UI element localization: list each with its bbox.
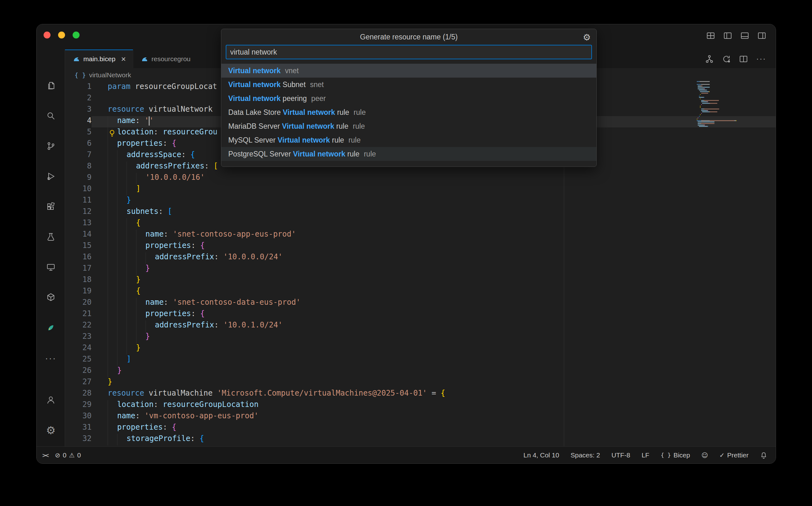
run-debug-icon[interactable] (36, 161, 65, 191)
code-line[interactable]: } (108, 366, 728, 377)
cursor-position-indicator[interactable]: Ln 4, Col 10 (523, 451, 559, 459)
minimize-window-button[interactable] (58, 31, 65, 38)
line-number[interactable]: 24 (65, 343, 91, 355)
notifications-bell-icon[interactable] (760, 451, 767, 459)
line-number[interactable]: 6 (65, 139, 91, 150)
line-number[interactable]: 8 (65, 162, 91, 173)
close-tab-icon[interactable]: × (121, 55, 126, 63)
quick-pick-item[interactable]: Data Lake Store Virtual network rulerule (221, 105, 596, 119)
toggle-primary-sidebar-icon[interactable] (723, 31, 732, 40)
quick-pick-input[interactable]: virtual network (226, 45, 592, 59)
code-line[interactable]: } (108, 195, 728, 207)
line-number[interactable]: 18 (65, 275, 91, 286)
code-line[interactable]: '10.0.0.0/16' (108, 173, 728, 184)
remote-explorer-icon[interactable] (36, 252, 65, 282)
line-number[interactable]: 29 (65, 400, 91, 411)
line-number[interactable]: 14 (65, 230, 91, 241)
code-line[interactable]: { (108, 286, 728, 298)
line-number[interactable]: 23 (65, 332, 91, 343)
line-number[interactable]: 2 (65, 93, 91, 105)
bicep-visualizer-icon[interactable] (705, 55, 714, 63)
quick-pick-item[interactable]: Virtual networkvnet (221, 64, 596, 78)
additional-views-icon[interactable]: ··· (36, 343, 65, 373)
line-number[interactable]: 16 (65, 252, 91, 264)
quick-pick-item[interactable]: MariaDB Server Virtual network rulerule (221, 119, 596, 133)
line-number[interactable]: 10 (65, 184, 91, 195)
code-line[interactable]: name: 'vm-contoso-app-eus-prod' (108, 411, 728, 423)
line-number[interactable]: 28 (65, 389, 91, 400)
code-line[interactable]: addressPrefix: '10.0.0.0/24' (108, 252, 728, 264)
settings-gear-icon[interactable]: ⚙ (36, 415, 65, 445)
eol-indicator[interactable]: LF (642, 451, 649, 459)
sync-icon[interactable] (722, 55, 731, 63)
code-line[interactable]: } (108, 343, 728, 355)
zoom-window-button[interactable] (73, 31, 80, 38)
quick-pick-item[interactable]: Virtual network peeringpeer (221, 91, 596, 105)
line-number[interactable]: 1 (65, 82, 91, 93)
toggle-secondary-sidebar-icon[interactable] (757, 31, 766, 40)
testing-beaker-icon[interactable] (36, 222, 65, 252)
code-line[interactable]: resource virtualMachine 'Microsoft.Compu… (108, 389, 728, 400)
containers-cube-icon[interactable] (36, 282, 65, 313)
teal-leaf-plugin-icon[interactable] (36, 313, 65, 343)
quick-pick-item[interactable]: MySQL Server Virtual network rulerule (221, 133, 596, 147)
encoding-indicator[interactable]: UTF-8 (611, 451, 631, 459)
code-line[interactable]: properties: { (108, 309, 728, 321)
problems-indicator[interactable]: ⊘ 0 ⚠ 0 (55, 451, 81, 459)
line-number[interactable]: 22 (65, 321, 91, 332)
line-number[interactable]: 7 (65, 150, 91, 162)
line-number[interactable]: 11 (65, 195, 91, 207)
code-line[interactable]: subnets: [ (108, 207, 728, 218)
line-number-gutter[interactable]: 1234567891011121314151617181920212223242… (65, 82, 91, 445)
formatter-indicator[interactable]: ✓ Prettier (720, 451, 748, 459)
minimap[interactable] (697, 81, 743, 127)
language-mode-indicator[interactable]: { } Bicep (661, 451, 690, 459)
source-control-icon[interactable] (36, 131, 65, 161)
code-line[interactable]: } (108, 264, 728, 275)
indentation-indicator[interactable]: Spaces: 2 (571, 451, 600, 459)
code-line[interactable]: ] (108, 355, 728, 366)
feedback-smiley-icon[interactable]: ☺ (702, 451, 708, 459)
code-line[interactable]: } (108, 377, 728, 389)
line-number[interactable]: 15 (65, 241, 91, 252)
code-line[interactable]: } (108, 275, 728, 286)
line-number[interactable]: 5 (65, 128, 91, 139)
line-number[interactable]: 12 (65, 207, 91, 218)
code-line[interactable]: location: resourceGroupLocation (108, 400, 728, 411)
code-line[interactable]: addressPrefix: '10.0.1.0/24' (108, 321, 728, 332)
line-number[interactable]: 13 (65, 218, 91, 230)
lightbulb-icon[interactable] (108, 129, 116, 137)
line-number[interactable]: 30 (65, 411, 91, 423)
quick-pick-item[interactable]: PostgreSQL Server Virtual network ruleru… (221, 147, 596, 161)
line-number[interactable]: 19 (65, 286, 91, 298)
line-number[interactable]: 17 (65, 264, 91, 275)
quick-pick-item[interactable]: Virtual network Subnetsnet (221, 78, 596, 91)
code-line[interactable]: } (108, 332, 728, 343)
line-number[interactable]: 31 (65, 423, 91, 434)
extensions-icon[interactable] (36, 191, 65, 222)
line-number[interactable]: 32 (65, 434, 91, 445)
code-line[interactable]: ] (108, 184, 728, 195)
search-icon[interactable] (36, 101, 65, 131)
code-line[interactable]: name: 'snet-contoso-app-eus-prod' (108, 230, 728, 241)
line-number[interactable]: 27 (65, 377, 91, 389)
line-number[interactable]: 3 (65, 105, 91, 116)
line-number[interactable]: 21 (65, 309, 91, 321)
code-line[interactable]: properties: { (108, 423, 728, 434)
code-line[interactable]: storageProfile: { (108, 434, 728, 445)
line-number[interactable]: 9 (65, 173, 91, 184)
tab-resourcegroup-bicep[interactable]: resourcegrou (133, 50, 223, 68)
code-line[interactable]: name: 'snet-contoso-data-eus-prod' (108, 298, 728, 309)
toggle-panel-icon[interactable] (740, 31, 749, 40)
close-window-button[interactable] (44, 31, 51, 38)
code-line[interactable]: properties: { (108, 241, 728, 252)
line-number[interactable]: 20 (65, 298, 91, 309)
line-number[interactable]: 25 (65, 355, 91, 366)
split-editor-icon[interactable] (739, 55, 748, 63)
remote-indicator-icon[interactable]: >< (42, 451, 48, 459)
more-actions-icon[interactable]: ··· (756, 54, 766, 64)
tab-main-bicep[interactable]: main.bicep × (65, 50, 133, 68)
explorer-icon[interactable] (36, 70, 65, 101)
quick-pick-settings-gear-icon[interactable]: ⚙ (583, 32, 591, 43)
customize-layout-icon[interactable] (706, 31, 715, 40)
